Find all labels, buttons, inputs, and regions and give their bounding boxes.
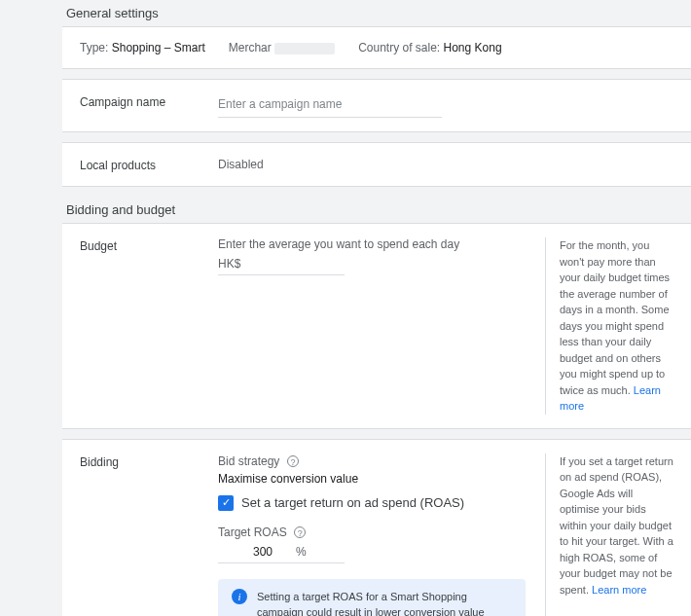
- budget-label: Budget: [80, 237, 218, 253]
- percent-suffix: %: [296, 545, 307, 559]
- type-value: Shopping – Smart: [112, 41, 205, 54]
- roas-checkbox-row[interactable]: ✓ Set a target return on ad spend (ROAS): [218, 495, 526, 511]
- general-settings-heading: General settings: [62, 0, 691, 26]
- campaign-name-label: Campaign name: [80, 93, 218, 109]
- budget-caption: Enter the average you want to spend each…: [218, 237, 526, 251]
- bidding-help-panel: If you set a target return on ad spend (…: [545, 453, 673, 617]
- budget-help-panel: For the month, you won't pay more than y…: [545, 237, 673, 415]
- budget-input-wrap[interactable]: HK$: [218, 257, 345, 275]
- roas-checkbox-label: Set a target return on ad spend (ROAS): [241, 495, 464, 510]
- info-icon: i: [232, 589, 247, 604]
- local-products-label: Local products: [80, 157, 218, 172]
- merchant-redacted: [274, 43, 335, 54]
- type-label: Type:: [80, 41, 108, 54]
- bidding-budget-heading: Bidding and budget: [62, 197, 691, 223]
- local-products-card[interactable]: Local products Disabled: [62, 142, 691, 187]
- bidding-learn-more-link[interactable]: Learn more: [592, 584, 646, 596]
- bid-strategy-label: Bid strategy: [218, 454, 279, 468]
- help-icon[interactable]: ?: [294, 526, 306, 538]
- budget-card: Budget Enter the average you want to spe…: [62, 223, 691, 429]
- bid-strategy-value: Maximise conversion value: [218, 472, 526, 486]
- budget-currency: HK$: [218, 257, 240, 271]
- budget-input[interactable]: [248, 257, 326, 271]
- bidding-help-text: If you set a target return on ad spend (…: [560, 455, 673, 596]
- merchant-summary: Merchar: [229, 41, 335, 54]
- help-icon[interactable]: ?: [287, 455, 299, 467]
- bidding-card: Bidding Bid strategy ? Maximise conversi…: [62, 439, 691, 617]
- country-label: Country of sale:: [358, 41, 440, 54]
- local-products-value: Disabled: [218, 158, 264, 171]
- bidding-label: Bidding: [80, 453, 218, 469]
- roas-info-text: Setting a target ROAS for a Smart Shoppi…: [257, 589, 512, 617]
- target-roas-input-wrap[interactable]: %: [218, 545, 345, 563]
- type-summary-card: Type: Shopping – Smart Merchar Country o…: [62, 26, 691, 69]
- budget-help-text: For the month, you won't pay more than y…: [560, 239, 670, 396]
- campaign-name-card: Campaign name: [62, 79, 691, 132]
- country-summary: Country of sale: Hong Kong: [358, 41, 501, 54]
- target-roas-label: Target ROAS: [218, 525, 287, 539]
- country-value: Hong Kong: [444, 41, 502, 54]
- roas-info-banner: i Setting a target ROAS for a Smart Shop…: [218, 579, 526, 617]
- merchant-label: Merchar: [229, 41, 272, 54]
- type-summary: Type: Shopping – Smart: [80, 41, 205, 54]
- target-roas-input[interactable]: [218, 545, 296, 559]
- roas-checkbox[interactable]: ✓: [218, 495, 234, 511]
- campaign-name-input[interactable]: [218, 93, 442, 118]
